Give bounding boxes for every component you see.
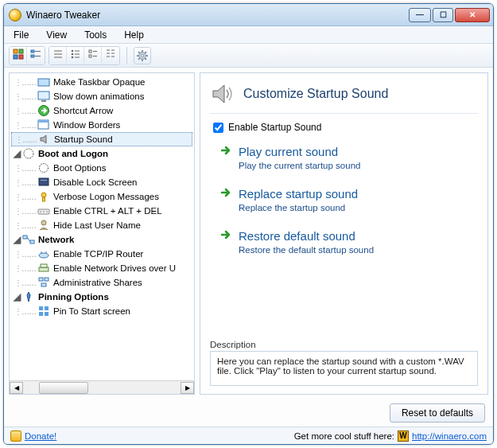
svg-rect-51 bbox=[43, 211, 45, 212]
tree-item-label: Make Taskbar Opaque bbox=[53, 77, 146, 87]
tree-view[interactable]: ⋮……Make Taskbar Opaque ⋮……Slow down anim… bbox=[10, 73, 194, 380]
svg-rect-39 bbox=[41, 100, 46, 102]
reset-defaults-button[interactable]: Reset to defaults bbox=[390, 403, 485, 423]
tree-item-label: Boot Options bbox=[53, 163, 106, 173]
more-stuff-label: Get more cool stuff here: bbox=[294, 431, 394, 441]
tree-item[interactable]: ⋮……Hide Last User Name bbox=[10, 218, 194, 232]
enable-startup-sound-checkbox[interactable] bbox=[213, 123, 223, 133]
tree-category[interactable]: ◢Pinning Options bbox=[10, 290, 194, 304]
action-play[interactable]: Play current sound Play the current star… bbox=[219, 144, 478, 170]
tree-item[interactable]: ⋮……Enable Network Drives over U bbox=[10, 261, 194, 275]
tree-item[interactable]: ⋮……Make Taskbar Opaque bbox=[10, 75, 194, 89]
description-label: Description bbox=[210, 340, 478, 349]
donate-link[interactable]: Donate! bbox=[10, 430, 56, 442]
winaero-link[interactable]: http://winaero.com bbox=[412, 431, 487, 441]
svg-rect-17 bbox=[89, 50, 91, 53]
svg-point-56 bbox=[39, 253, 49, 258]
tree-category[interactable]: ◢Network bbox=[10, 232, 194, 247]
tree-item[interactable]: ⋮……Slow down animations bbox=[10, 89, 194, 103]
scroll-left-button[interactable]: ◀ bbox=[10, 382, 23, 394]
view-mode-6-button[interactable] bbox=[102, 47, 119, 64]
action-replace[interactable]: Replace startup sound Replace the startu… bbox=[219, 186, 478, 212]
pin-icon bbox=[22, 290, 35, 303]
tree-item[interactable]: ⋮……Enable CTRL + ALT + DEL bbox=[10, 204, 194, 218]
tree-item[interactable]: ⋮……Administrative Shares bbox=[10, 275, 194, 290]
svg-rect-0 bbox=[14, 49, 17, 53]
tree-item[interactable]: ⋮……Shortcut Arrow bbox=[10, 103, 194, 118]
user-icon bbox=[37, 219, 50, 232]
panel-title: Customize Startup Sound bbox=[243, 87, 388, 101]
horizontal-scrollbar[interactable]: ◀ ▶ bbox=[10, 380, 194, 394]
tree-item[interactable]: ⋮……Disable Lock Screen bbox=[10, 175, 194, 189]
arrow-right-icon bbox=[219, 186, 232, 201]
svg-point-47 bbox=[41, 193, 46, 197]
svg-line-35 bbox=[138, 58, 140, 60]
shortcut-arrow-icon bbox=[37, 104, 50, 117]
tree-panel: ⋮……Make Taskbar Opaque ⋮……Slow down anim… bbox=[9, 72, 195, 395]
enable-startup-sound-row[interactable]: Enable Startup Sound bbox=[213, 122, 478, 133]
minimize-button[interactable]: — bbox=[409, 8, 431, 22]
svg-point-12 bbox=[71, 53, 73, 56]
svg-rect-64 bbox=[39, 306, 43, 310]
svg-line-36 bbox=[145, 52, 146, 53]
tree-item[interactable]: ⋮……Enable TCP/IP Router bbox=[10, 247, 194, 261]
action-restore[interactable]: Restore default sound Restore the defaul… bbox=[219, 228, 478, 255]
svg-rect-42 bbox=[38, 120, 49, 123]
bottom-bar: Reset to defaults bbox=[4, 399, 493, 427]
pin-start-icon bbox=[37, 305, 50, 317]
donate-icon bbox=[10, 430, 21, 442]
taskbar-icon bbox=[37, 76, 50, 88]
tree-item-selected[interactable]: ⋮……Startup Sound bbox=[11, 132, 192, 146]
tree-item[interactable]: ⋮……Boot Options bbox=[10, 161, 194, 175]
maximize-button[interactable]: ☐ bbox=[433, 8, 453, 22]
arrow-right-icon bbox=[219, 228, 232, 243]
tree-item-label: Verbose Logon Messages bbox=[53, 192, 159, 201]
settings-button[interactable] bbox=[134, 47, 151, 64]
svg-rect-66 bbox=[39, 312, 43, 316]
tree-category[interactable]: ◢Boot and Logon bbox=[10, 146, 194, 161]
svg-rect-38 bbox=[38, 92, 49, 99]
tree-category-label: Boot and Logon bbox=[38, 149, 108, 158]
svg-point-43 bbox=[24, 149, 33, 158]
scroll-thumb[interactable] bbox=[39, 382, 88, 394]
close-button[interactable]: ✕ bbox=[455, 8, 490, 22]
view-mode-3-button[interactable] bbox=[49, 47, 67, 64]
description-box: Here you can replace the startup sound w… bbox=[210, 351, 478, 386]
svg-rect-62 bbox=[45, 278, 49, 281]
view-mode-1-button[interactable] bbox=[10, 47, 27, 64]
tree-item-label: Window Borders bbox=[53, 120, 120, 130]
router-icon bbox=[37, 247, 50, 260]
menubar: File View Tools Help bbox=[4, 26, 493, 44]
tree-item-label: Disable Lock Screen bbox=[53, 177, 137, 187]
network-icon bbox=[22, 233, 35, 246]
tree-item-label: Enable TCP/IP Router bbox=[53, 249, 143, 259]
svg-line-33 bbox=[138, 52, 140, 53]
tree-item-label: Shortcut Arrow bbox=[53, 106, 113, 115]
network-drive-icon bbox=[37, 262, 50, 275]
view-mode-4-button[interactable] bbox=[67, 47, 84, 64]
winaero-icon: W bbox=[398, 430, 409, 442]
scroll-right-button[interactable]: ▶ bbox=[181, 382, 194, 394]
menu-help[interactable]: Help bbox=[121, 28, 147, 42]
tree-item-label: Administrative Shares bbox=[53, 278, 142, 287]
view-mode-5-button[interactable] bbox=[84, 47, 102, 64]
tree-item[interactable]: ⋮……Pin To Start screen bbox=[10, 304, 194, 318]
svg-point-44 bbox=[40, 164, 49, 173]
tree-item-label: Hide Last User Name bbox=[53, 220, 141, 230]
menu-file[interactable]: File bbox=[10, 28, 32, 42]
arrow-right-icon bbox=[219, 144, 232, 159]
tree-item-label: Enable CTRL + ALT + DEL bbox=[53, 206, 162, 216]
titlebar[interactable]: Winaero Tweaker — ☐ ✕ bbox=[4, 4, 493, 26]
window-borders-icon bbox=[37, 119, 50, 131]
view-mode-2-button[interactable] bbox=[27, 47, 45, 64]
tree-item[interactable]: ⋮……Window Borders bbox=[10, 118, 194, 132]
menu-view[interactable]: View bbox=[43, 28, 70, 42]
svg-rect-55 bbox=[30, 240, 34, 243]
action-title: Replace startup sound bbox=[239, 187, 358, 201]
svg-rect-37 bbox=[38, 79, 49, 86]
tree-item[interactable]: ⋮……Verbose Logon Messages bbox=[10, 189, 194, 204]
svg-rect-45 bbox=[39, 178, 49, 185]
tree-item-label: Pin To Start screen bbox=[53, 306, 130, 316]
menu-tools[interactable]: Tools bbox=[81, 28, 110, 42]
action-desc: Play the current startup sound bbox=[239, 161, 478, 170]
